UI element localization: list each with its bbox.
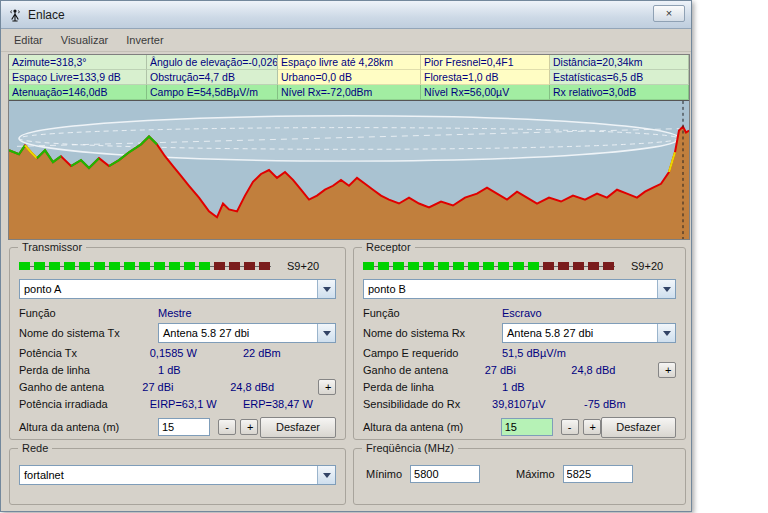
tx-power-label: Potência Tx	[19, 347, 150, 359]
tx-station-select[interactable]: ponto A	[19, 279, 336, 299]
network-select[interactable]: fortalnet	[19, 465, 336, 485]
desktop: Enlace × Editar Visualizar Inverter Azim…	[0, 0, 768, 513]
tx-station-dropdown-icon[interactable]	[317, 280, 335, 298]
rx-system-label: Nome do sistema Rx	[363, 327, 502, 339]
tx-power-dbm: 22 dBm	[243, 347, 336, 359]
rx-required-field-row: Campo E requerido 51,5 dBµV/m	[363, 345, 676, 361]
rx-sensitivity-label: Sensibilidade do Rx	[363, 398, 492, 410]
tx-antenna-gain-row: Ganho de antena 27 dBi 24,8 dBd +	[19, 379, 336, 395]
tx-system-label: Nome do sistema Tx	[19, 327, 158, 339]
link-display: Azimute=318,3° Ângulo de elevação=-0,026…	[8, 54, 690, 240]
rx-antenna-gain-label: Ganho de antena	[363, 364, 485, 376]
rx-system-select[interactable]: Antena 5.8 27 dbi	[502, 323, 676, 343]
receiver-panel: Receptor S9+20 ponto B Função Escravo No…	[353, 247, 686, 440]
menu-item-inverter[interactable]: Inverter	[117, 31, 172, 49]
frequency-min-input[interactable]	[410, 465, 480, 483]
enlace-window: Enlace × Editar Visualizar Inverter Azim…	[0, 0, 692, 512]
info-rx-level-uv: Nível Rx=56,00µV	[421, 85, 550, 100]
rx-system-dropdown-icon[interactable]	[657, 324, 675, 342]
tx-radiated-power-row: Potência irradiada EIRP=63,1 W ERP=38,47…	[19, 396, 336, 412]
tx-signal-row: S9+20	[19, 258, 336, 274]
window-title: Enlace	[28, 8, 65, 22]
close-button[interactable]: ×	[653, 5, 685, 22]
info-obstruction: Obstrução=4,7 dB	[147, 70, 278, 85]
rx-antenna-gain-plus-button[interactable]: +	[658, 362, 676, 378]
frequency-min-label: Mínimo	[366, 468, 402, 480]
rx-role-label: Função	[363, 307, 502, 319]
rx-station-dropdown-icon[interactable]	[657, 280, 675, 298]
tx-erp-value: ERP=38,47 W	[243, 398, 336, 410]
rx-antenna-height-label: Altura da antena (m)	[363, 421, 501, 433]
tx-system-row: Nome do sistema Tx Antena 5.8 27 dbi	[19, 322, 336, 344]
menu-item-editar[interactable]: Editar	[5, 31, 52, 49]
tx-antenna-gain-label: Ganho de antena	[19, 381, 142, 393]
antenna-app-icon	[7, 7, 23, 23]
tx-antenna-gain-plus-button[interactable]: +	[318, 379, 336, 395]
link-info-grid: Azimute=318,3° Ângulo de elevação=-0,026…	[9, 55, 689, 100]
info-rx-relative: Rx relativo=3,0dB	[550, 85, 689, 100]
info-attenuation: Atenuação=146,0dB	[9, 85, 147, 100]
tx-line-loss-label: Perda de linha	[19, 364, 158, 376]
info-statistics: Estatísticas=6,5 dB	[550, 70, 689, 85]
rx-antenna-gain-dbd: 24,8 dBd	[571, 364, 658, 376]
tx-station-value: ponto A	[20, 283, 317, 295]
tx-system-dropdown-icon[interactable]	[317, 324, 335, 342]
info-worst-fresnel: Pior Fresnel=0,4F1	[421, 55, 550, 70]
transmitter-panel: Transmissor S9+20 ponto A Função Mestre …	[9, 247, 346, 440]
rx-height-decrease-button[interactable]: -	[561, 419, 579, 435]
tx-signal-meter	[19, 261, 271, 271]
tx-power-watts: 0,1585 W	[150, 347, 243, 359]
info-urban: Urbano=0,0 dB	[278, 70, 421, 85]
info-rx-level-dbm: Nível Rx=-72,0dBm	[278, 85, 421, 100]
rx-undo-button[interactable]: Desfazer	[601, 417, 676, 438]
tx-antenna-height-row: Altura da antena (m) - + Desfazer	[19, 415, 336, 439]
network-dropdown-icon[interactable]	[317, 466, 335, 484]
terrain-profile	[9, 100, 689, 239]
rx-sensitivity-row: Sensibilidade do Rx 39,8107µV -75 dBm	[363, 396, 676, 412]
rx-antenna-height-row: Altura da antena (m) - + Desfazer	[363, 415, 676, 439]
rx-station-value: ponto B	[364, 283, 657, 295]
rx-role-row: Função Escravo	[363, 305, 676, 321]
menu-item-visualizar[interactable]: Visualizar	[52, 31, 118, 49]
rx-line-loss-label: Perda de linha	[363, 381, 502, 393]
rx-antenna-gain-dbi: 27 dBi	[485, 364, 572, 376]
tx-antenna-gain-dbd: 24,8 dBd	[230, 381, 318, 393]
info-azimute: Azimute=318,3°	[9, 55, 147, 70]
tx-height-increase-button[interactable]: +	[240, 419, 258, 435]
tx-system-value: Antena 5.8 27 dbi	[159, 327, 317, 339]
tx-signal-label: S9+20	[287, 260, 319, 272]
tx-line-loss-row: Perda de linha 1 dB	[19, 362, 336, 378]
titlebar[interactable]: Enlace ×	[1, 1, 691, 29]
tx-system-select[interactable]: Antena 5.8 27 dbi	[158, 323, 336, 343]
rx-required-field-label: Campo E requerido	[363, 347, 502, 359]
tx-height-decrease-button[interactable]: -	[218, 419, 236, 435]
network-title: Rede	[18, 442, 52, 454]
transmitter-title: Transmissor	[18, 241, 86, 253]
info-free-space-loss: Espaço Livre=133,9 dB	[9, 70, 147, 85]
tx-radiated-power-label: Potência irradiada	[19, 398, 150, 410]
rx-signal-row: S9+20	[363, 258, 676, 274]
rx-sensitivity-dbm: -75 dBm	[584, 398, 676, 410]
info-free-space-until: Espaço livre até 4,28km	[278, 55, 421, 70]
rx-antenna-height-input[interactable]	[501, 418, 553, 436]
fresnel-zone-ellipse	[19, 116, 679, 161]
tx-antenna-height-label: Altura da antena (m)	[19, 421, 158, 433]
frequency-max-input[interactable]	[563, 465, 633, 483]
network-value: fortalnet	[20, 469, 317, 481]
tx-antenna-height-input[interactable]	[158, 418, 210, 436]
rx-signal-label: S9+20	[631, 260, 663, 272]
menubar: Editar Visualizar Inverter	[1, 29, 691, 52]
tx-undo-button[interactable]: Desfazer	[260, 417, 336, 438]
tx-role-label: Função	[19, 307, 158, 319]
tx-line-loss-value: 1 dB	[158, 364, 257, 376]
rx-system-value: Antena 5.8 27 dbi	[503, 327, 657, 339]
tx-power-row: Potência Tx 0,1585 W 22 dBm	[19, 345, 336, 361]
info-distance: Distância=20,34km	[550, 55, 689, 70]
info-elevation-angle: Ângulo de elevação=-0,026°	[147, 55, 278, 70]
rx-station-select[interactable]: ponto B	[363, 279, 676, 299]
tx-antenna-gain-dbi: 27 dBi	[142, 381, 230, 393]
tx-eirp-value: EIRP=63,1 W	[150, 398, 243, 410]
rx-system-row: Nome do sistema Rx Antena 5.8 27 dbi	[363, 322, 676, 344]
frequency-max-label: Máximo	[516, 468, 555, 480]
rx-height-increase-button[interactable]: +	[583, 419, 601, 435]
